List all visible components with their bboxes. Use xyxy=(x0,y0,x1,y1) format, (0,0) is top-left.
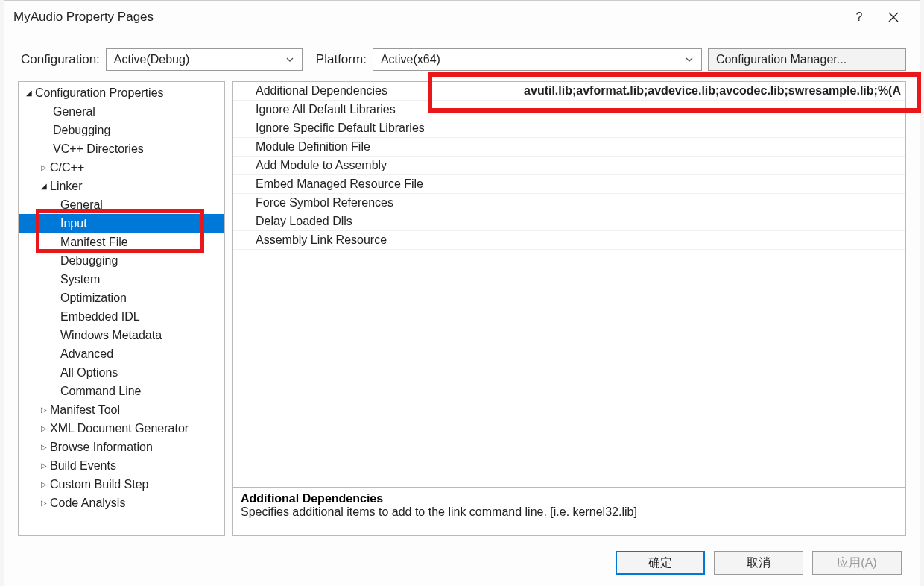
additional-dependencies-value[interactable]: avutil.lib;avformat.lib;avdevice.lib;avc… xyxy=(472,84,905,98)
grid-row[interactable]: Add Module to Assembly xyxy=(233,157,905,175)
tree-item[interactable]: All Options xyxy=(19,363,224,382)
tree-item[interactable]: VC++ Directories xyxy=(19,139,224,158)
chevron-down-icon xyxy=(685,55,694,64)
description-panel: Additional Dependencies Specifies additi… xyxy=(232,487,906,536)
cancel-button[interactable]: 取消 xyxy=(714,551,803,575)
tree-item[interactable]: Manifest File xyxy=(19,233,224,251)
close-button[interactable] xyxy=(876,5,911,29)
help-button[interactable]: ? xyxy=(842,5,876,29)
grid-row[interactable]: Ignore All Default Libraries xyxy=(233,101,905,119)
grid-row[interactable]: Force Symbol References xyxy=(233,194,905,212)
configuration-value: Active(Debug) xyxy=(114,53,189,66)
window-title: MyAudio Property Pages xyxy=(13,10,154,25)
ok-button[interactable]: 确定 xyxy=(616,551,705,575)
tree-item[interactable]: General xyxy=(19,102,224,121)
tree-item[interactable]: ▷Custom Build Step xyxy=(19,475,224,494)
tree-item[interactable]: Debugging xyxy=(19,121,224,139)
tree-item[interactable]: Windows Metadata xyxy=(19,326,224,344)
grid-row[interactable]: Additional Dependenciesavutil.lib;avform… xyxy=(233,82,905,101)
config-row: Configuration: Active(Debug) Platform: A… xyxy=(4,34,920,81)
tree-item[interactable]: ▷XML Document Generator xyxy=(19,419,224,438)
tree-item[interactable]: Optimization xyxy=(19,289,224,307)
grid-row[interactable]: Embed Managed Resource File xyxy=(233,175,905,194)
tree[interactable]: ◢Configuration Properties General Debugg… xyxy=(18,81,225,536)
tree-item[interactable]: ▷Build Events xyxy=(19,456,224,475)
tree-item[interactable]: Embedded IDL xyxy=(19,307,224,326)
tree-item[interactable]: System xyxy=(19,270,224,289)
property-grid[interactable]: Additional Dependenciesavutil.lib;avform… xyxy=(232,81,906,488)
tree-item[interactable]: General xyxy=(19,195,224,214)
tree-item[interactable]: ▷Code Analysis xyxy=(19,494,224,512)
tree-item-linker[interactable]: ◢Linker xyxy=(19,177,224,195)
chevron-down-icon xyxy=(285,55,294,64)
configuration-select[interactable]: Active(Debug) xyxy=(106,48,303,71)
titlebar: MyAudio Property Pages ? xyxy=(4,1,920,34)
dialog: MyAudio Property Pages ? Configuration: … xyxy=(4,0,920,586)
platform-value: Active(x64) xyxy=(381,53,440,66)
tree-item[interactable]: Advanced xyxy=(19,344,224,363)
tree-item-cxx[interactable]: ▷C/C++ xyxy=(19,158,224,177)
tree-root[interactable]: ◢Configuration Properties xyxy=(19,84,224,102)
platform-select[interactable]: Active(x64) xyxy=(373,48,702,71)
apply-button: 应用(A) xyxy=(812,551,902,575)
platform-label: Platform: xyxy=(316,52,367,67)
tree-item[interactable]: Command Line xyxy=(19,382,224,400)
grid-row[interactable]: Delay Loaded Dlls xyxy=(233,212,905,231)
tree-item[interactable]: ▷Browse Information xyxy=(19,438,224,456)
tree-item-linker-input[interactable]: Input xyxy=(19,214,224,233)
grid-row[interactable]: Module Definition File xyxy=(233,138,905,157)
description-title: Additional Dependencies xyxy=(241,492,898,505)
tree-item[interactable]: ▷Manifest Tool xyxy=(19,400,224,419)
configuration-label: Configuration: xyxy=(21,52,100,67)
configuration-manager-button[interactable]: Configuration Manager... xyxy=(708,48,906,71)
grid-row[interactable]: Assembly Link Resource xyxy=(233,231,905,250)
grid-row[interactable]: Ignore Specific Default Libraries xyxy=(233,119,905,138)
tree-item[interactable]: Debugging xyxy=(19,251,224,270)
description-text: Specifies additional items to add to the… xyxy=(241,505,898,519)
